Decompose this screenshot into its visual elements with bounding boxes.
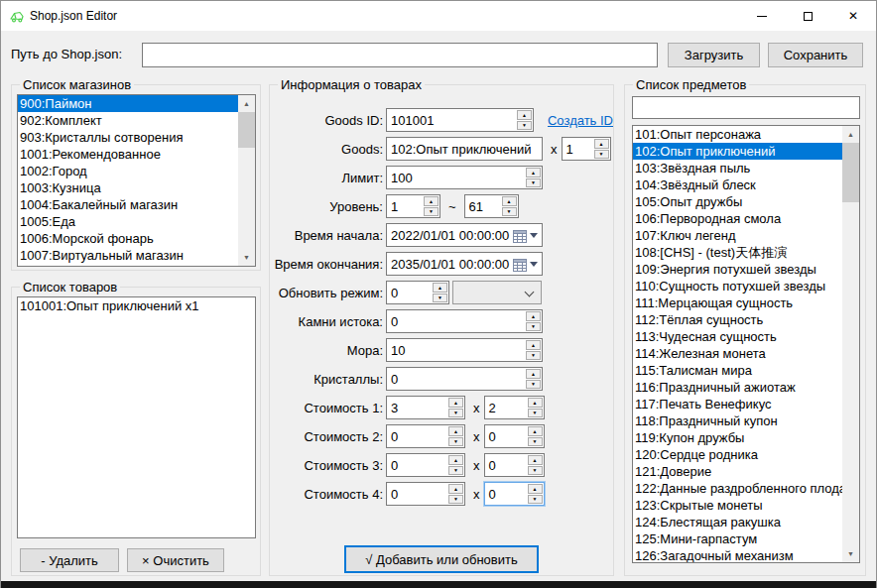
scroll-down-icon[interactable]: ▼ — [238, 249, 255, 266]
cost2-item-spinner[interactable]: 0 ▲ ▼ — [386, 424, 465, 448]
spin-down-icon[interactable]: ▼ — [526, 351, 541, 361]
spin-down-icon[interactable]: ▼ — [502, 207, 517, 217]
items-search-input[interactable] — [632, 96, 860, 119]
list-item[interactable]: 902:Комплект — [18, 112, 238, 129]
spin-down-icon[interactable]: ▼ — [528, 495, 543, 505]
spin-up-icon[interactable]: ▲ — [528, 455, 543, 465]
scroll-up-icon[interactable]: ▲ — [842, 126, 859, 143]
cost2-count-spinner[interactable]: 0 ▲ ▼ — [484, 424, 545, 448]
list-item[interactable]: 1005:Еда — [18, 213, 238, 230]
list-item[interactable]: 903:Кристаллы сотворения — [18, 129, 238, 146]
shops-scrollbar[interactable]: ▲ ▼ — [238, 95, 255, 266]
list-item[interactable]: 125:Мини-гарпастум — [633, 530, 842, 547]
maximize-button[interactable] — [785, 1, 830, 31]
list-item[interactable]: 110:Сущность потухшей звезды — [633, 278, 842, 294]
list-item[interactable]: 113:Чудесная сущность — [633, 328, 842, 345]
create-id-link[interactable]: Создать ID — [548, 113, 613, 128]
clear-button[interactable]: × Очистить — [127, 548, 224, 572]
spin-down-icon[interactable]: ▼ — [448, 409, 463, 418]
spin-up-icon[interactable]: ▲ — [528, 426, 543, 436]
spin-down-icon[interactable]: ▼ — [433, 294, 447, 303]
spin-down-icon[interactable]: ▼ — [424, 207, 438, 217]
spin-down-icon[interactable]: ▼ — [594, 150, 609, 160]
list-item[interactable]: 118:Праздничный купон — [633, 412, 842, 429]
scroll-track[interactable] — [842, 143, 859, 545]
goods-listbox[interactable]: 101001:Опыт приключений x1 — [17, 296, 256, 538]
list-item[interactable]: 1007:Виртуальный магазин — [18, 247, 238, 264]
cost1-item-spinner[interactable]: 3 ▲ ▼ — [386, 396, 465, 419]
limit-spinner[interactable]: 100 ▲ ▼ — [386, 166, 543, 189]
scroll-up-icon[interactable]: ▲ — [238, 95, 255, 112]
spin-up-icon[interactable]: ▲ — [517, 110, 532, 120]
list-item[interactable]: 117:Печать Венефикус — [633, 396, 842, 412]
dropdown-arrow-icon[interactable] — [530, 233, 538, 238]
refresh-mode-spinner[interactable]: 0 ▲ ▼ — [386, 281, 449, 304]
level-min-spinner[interactable]: 1 ▲ ▼ — [386, 194, 440, 218]
mora-spinner[interactable]: 10 ▲ ▼ — [386, 338, 543, 362]
spin-down-icon[interactable]: ▼ — [448, 437, 463, 447]
spin-up-icon[interactable]: ▲ — [526, 340, 541, 350]
list-item[interactable]: 111:Мерцающая сущность — [633, 294, 842, 311]
spin-down-icon[interactable]: ▼ — [526, 380, 541, 390]
list-item[interactable]: 101001:Опыт приключений x1 — [18, 297, 255, 314]
list-item[interactable]: 1004:Бакалейный магазин — [18, 196, 238, 213]
time-start-picker[interactable]: 2022/01/01 00:00:00 — [386, 223, 543, 247]
list-item[interactable]: 106:Первородная смола — [633, 210, 842, 227]
spin-up-icon[interactable]: ▲ — [448, 398, 463, 408]
list-item[interactable]: 119:Купон дружбы — [633, 429, 842, 446]
cost4-count-spinner[interactable]: 0 ▲ ▼ — [484, 482, 545, 506]
delete-button[interactable]: - Удалить — [20, 548, 119, 572]
cost4-item-spinner[interactable]: 0 ▲ ▼ — [386, 482, 465, 506]
spin-up-icon[interactable]: ▲ — [526, 311, 541, 321]
level-max-spinner[interactable]: 61 ▲ ▼ — [464, 194, 519, 218]
scroll-track[interactable] — [238, 112, 255, 249]
list-item[interactable]: 108:[CHS] - (test)天体推演 — [633, 244, 842, 261]
spin-down-icon[interactable]: ▼ — [448, 495, 463, 505]
time-end-picker[interactable]: 2035/01/01 00:00:00 — [386, 252, 543, 276]
list-item[interactable]: 123:Скрытые монеты — [633, 497, 842, 514]
list-item[interactable]: 109:Энергия потухшей звезды — [633, 261, 842, 278]
primogems-spinner[interactable]: 0 ▲ ▼ — [386, 309, 543, 333]
spin-up-icon[interactable]: ▲ — [526, 168, 541, 177]
add-or-update-button[interactable]: √ Добавить или обновить — [344, 545, 539, 573]
spin-up-icon[interactable]: ▲ — [433, 283, 447, 293]
spin-down-icon[interactable]: ▼ — [526, 322, 541, 332]
list-item[interactable]: 116:Праздничный ажиотаж — [633, 379, 842, 396]
goods-id-spinner[interactable]: 101001 ▲ ▼ — [386, 108, 534, 132]
list-item[interactable]: 103:Звёздная пыль — [633, 160, 842, 176]
cost3-item-spinner[interactable]: 0 ▲ ▼ — [386, 453, 465, 477]
scroll-thumb[interactable] — [842, 143, 859, 202]
refresh-mode-combobox[interactable] — [452, 281, 542, 304]
spin-down-icon[interactable]: ▼ — [528, 437, 543, 447]
spin-down-icon[interactable]: ▼ — [448, 466, 463, 476]
spin-up-icon[interactable]: ▲ — [448, 426, 463, 436]
scroll-thumb[interactable] — [238, 112, 255, 148]
goods-input[interactable] — [386, 137, 543, 161]
minimize-button[interactable] — [739, 1, 785, 31]
scroll-down-icon[interactable]: ▼ — [842, 545, 859, 562]
spin-up-icon[interactable]: ▲ — [502, 196, 517, 206]
list-item[interactable]: 104:Звёздный блеск — [633, 176, 842, 193]
list-item[interactable]: 107:Ключ легенд — [633, 227, 842, 244]
list-item[interactable]: 900:Паймон — [18, 95, 238, 112]
items-scrollbar[interactable]: ▲ ▼ — [842, 126, 859, 562]
goods-count-spinner[interactable]: 1 ▲ ▼ — [562, 137, 611, 161]
spin-up-icon[interactable]: ▲ — [526, 369, 541, 379]
save-button[interactable]: Сохранить — [768, 43, 863, 67]
list-item[interactable]: 101:Опыт персонажа — [633, 126, 842, 143]
list-item[interactable]: 121:Доверие — [633, 463, 842, 480]
list-item[interactable]: 112:Тёплая сущность — [633, 311, 842, 328]
list-item[interactable]: 1003:Кузница — [18, 179, 238, 196]
list-item[interactable]: 1001:Рекомендованное — [18, 146, 238, 163]
cost1-count-spinner[interactable]: 2 ▲ ▼ — [484, 396, 545, 419]
list-item[interactable]: 126:Загадочный механизм — [633, 547, 842, 562]
list-item[interactable]: 115:Талисман мира — [633, 362, 842, 379]
spin-up-icon[interactable]: ▲ — [528, 484, 543, 494]
list-item[interactable]: 124:Блестящая ракушка — [633, 514, 842, 530]
list-item[interactable]: 114:Железная монета — [633, 345, 842, 362]
spin-up-icon[interactable]: ▲ — [424, 196, 438, 206]
spin-down-icon[interactable]: ▼ — [517, 121, 532, 131]
list-item[interactable]: 1006:Морской фонарь — [18, 230, 238, 247]
cost3-count-spinner[interactable]: 0 ▲ ▼ — [484, 453, 545, 477]
list-item[interactable]: 102:Опыт приключений — [633, 143, 842, 160]
